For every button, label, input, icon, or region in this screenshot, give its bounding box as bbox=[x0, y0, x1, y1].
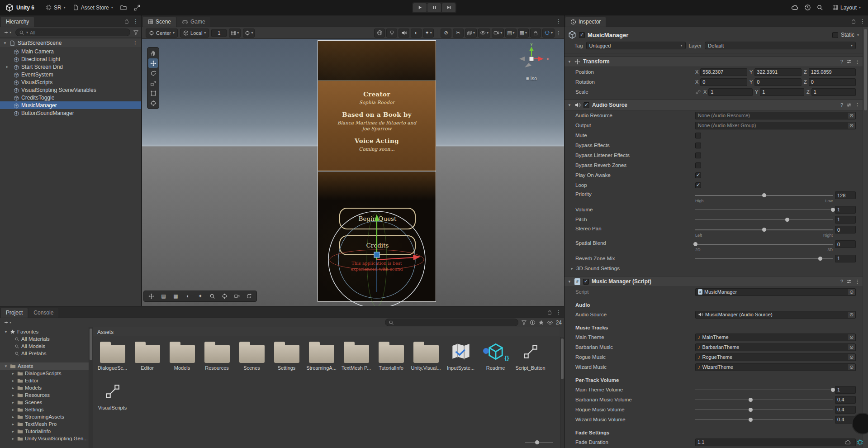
asset-item-editor[interactable]: Editor bbox=[130, 339, 165, 377]
object-picker-icon[interactable]: ⊙ bbox=[848, 312, 855, 318]
audio-source-object-field[interactable]: MusicManager (Audio Source)⊙ bbox=[695, 311, 856, 319]
asset-store-menu[interactable]: Asset Store ▾ bbox=[69, 2, 117, 13]
folder-item-dialoguescripts[interactable]: ▸DialogueScripts bbox=[0, 370, 89, 377]
help-icon[interactable]: ? bbox=[840, 102, 843, 108]
object-picker-icon[interactable]: ⊙ bbox=[848, 123, 855, 129]
scale-z-field[interactable] bbox=[811, 88, 856, 96]
slider-handle[interactable] bbox=[831, 388, 835, 392]
cloud-icon[interactable] bbox=[791, 4, 799, 11]
pitch-slider[interactable] bbox=[695, 216, 833, 223]
help-icon[interactable]: ? bbox=[840, 59, 843, 64]
asset-item-models[interactable]: Models bbox=[165, 339, 199, 377]
tab-game[interactable]: Game bbox=[177, 17, 210, 27]
lock-icon[interactable] bbox=[547, 310, 552, 315]
foldout-3d-sound-settings[interactable]: ▸3D Sound Settings bbox=[564, 263, 863, 273]
stereo-pan-slider[interactable] bbox=[695, 227, 833, 233]
step-button[interactable] bbox=[442, 3, 455, 12]
tab-project[interactable]: Project bbox=[1, 308, 28, 318]
scrollbar-thumb[interactable] bbox=[561, 338, 564, 379]
visibility-eye-icon[interactable] bbox=[547, 319, 553, 326]
volume-slider[interactable] bbox=[695, 206, 833, 213]
overlay-grid-button[interactable]: ▦ bbox=[170, 292, 181, 301]
hierarchy-item-visualscripting-scenevariables[interactable]: ?VisualScripting SceneVariables bbox=[0, 86, 141, 94]
expand-arrow-icon[interactable]: ▸ bbox=[11, 372, 15, 376]
wizard-music-object-field[interactable]: ♪WizardTheme⊙ bbox=[695, 363, 856, 371]
asset-item-script-button[interactable]: Script_Button bbox=[513, 339, 548, 377]
help-icon[interactable]: ? bbox=[840, 279, 843, 284]
rogue-music-volume-value-field[interactable] bbox=[835, 406, 856, 414]
loop-checkbox[interactable] bbox=[695, 182, 701, 188]
foldout-arrow-icon[interactable]: ▼ bbox=[4, 330, 8, 334]
search-filter-chevron[interactable]: ▾ bbox=[26, 30, 28, 34]
inspector-scrollbar[interactable] bbox=[863, 27, 868, 448]
output-object-field[interactable]: None (Audio Mixer Group)⊙ bbox=[695, 122, 856, 129]
barbarian-music-volume-slider[interactable] bbox=[695, 396, 833, 403]
folder-item-textmesh-pro[interactable]: ▸TextMesh Pro bbox=[0, 420, 89, 428]
expand-arrow-icon[interactable]: ▸ bbox=[11, 415, 15, 419]
overlay-lock-button[interactable] bbox=[530, 29, 541, 38]
volume-value-field[interactable] bbox=[835, 206, 856, 214]
static-checkbox[interactable] bbox=[832, 32, 838, 38]
asset-item-visualscripts[interactable]: VisualScripts bbox=[95, 379, 130, 417]
handle-orientation-dropdown[interactable]: Local ▾ bbox=[180, 29, 209, 38]
overlay-search-button[interactable] bbox=[207, 292, 218, 301]
kebab-menu-icon[interactable]: ⋮ bbox=[855, 102, 860, 108]
rect-tool[interactable] bbox=[148, 88, 158, 98]
barbarian-music-object-field[interactable]: ♪BarbarianTheme⊙ bbox=[695, 343, 856, 351]
cutting-tool-button[interactable]: ✂ bbox=[453, 29, 464, 38]
scrollbar-thumb[interactable] bbox=[864, 29, 867, 110]
slider-handle[interactable] bbox=[749, 418, 753, 422]
scene-viewport[interactable]: y x ≡ Iso Creator Sophia Roodor Based on bbox=[142, 39, 564, 306]
scrollbar-thumb[interactable] bbox=[90, 329, 92, 360]
overlay-effects-button[interactable]: ✦ bbox=[194, 292, 206, 301]
priority-value-field[interactable] bbox=[835, 191, 856, 199]
hierarchy-item-buttonsoundmanager[interactable]: ?ButtonSoundManager bbox=[0, 109, 141, 117]
kebab-menu-icon[interactable]: ⋮ bbox=[556, 18, 561, 24]
effects-dropdown[interactable]: ✦▾ bbox=[423, 29, 434, 38]
kebab-menu-icon[interactable]: ⋮ bbox=[556, 30, 561, 36]
scale-y-field[interactable] bbox=[760, 88, 804, 96]
rotation-y-field[interactable] bbox=[754, 78, 802, 86]
services-status-icon[interactable] bbox=[857, 439, 863, 446]
main-theme-volume-slider[interactable] bbox=[695, 386, 833, 393]
favorites-foldout[interactable]: ▼Favorites bbox=[0, 328, 89, 335]
tab-scene[interactable]: Scene bbox=[143, 17, 176, 27]
cloud-status-icon[interactable] bbox=[844, 439, 851, 446]
camera-dropdown[interactable]: ▾ bbox=[492, 29, 504, 38]
lock-icon[interactable] bbox=[851, 19, 856, 24]
kebab-menu-icon[interactable]: ⋮ bbox=[133, 40, 138, 46]
spatial-blend-slider[interactable] bbox=[695, 241, 833, 248]
slider-handle[interactable] bbox=[693, 242, 697, 246]
expand-arrow-icon[interactable]: ▸ bbox=[11, 429, 15, 434]
foldout-arrow-icon[interactable]: ▼ bbox=[567, 280, 572, 284]
asset-item-unity-visual[interactable]: Unity.Visual... bbox=[408, 339, 443, 377]
object-picker-icon[interactable]: ⊙ bbox=[848, 344, 855, 350]
lighting-toggle-button[interactable] bbox=[386, 29, 397, 38]
asset-item-resources[interactable]: Resources bbox=[199, 339, 234, 377]
undo-history-icon[interactable] bbox=[804, 4, 811, 11]
expand-arrow-icon[interactable]: ▸ bbox=[11, 400, 15, 405]
effects-toggle-button[interactable]: ◐ bbox=[411, 29, 422, 38]
script-object-field[interactable]: #MusicManager⊙ bbox=[695, 288, 856, 296]
tab-hierarchy[interactable]: Hierarchy bbox=[1, 17, 34, 27]
content-scrollbar[interactable] bbox=[560, 337, 564, 448]
kebab-menu-icon[interactable]: ⋮ bbox=[556, 309, 561, 315]
icon-size-slider[interactable] bbox=[525, 439, 553, 445]
kebab-menu-icon[interactable]: ⋮ bbox=[133, 18, 138, 24]
overlay-shading-button[interactable]: ◐ bbox=[182, 292, 194, 301]
slider-handle[interactable] bbox=[762, 228, 766, 232]
folder-item-settings[interactable]: ▸Settings bbox=[0, 406, 89, 413]
projection-mode-toggle[interactable]: ≡ Iso bbox=[510, 76, 553, 81]
slider-handle[interactable] bbox=[762, 193, 766, 197]
object-picker-icon[interactable]: ⊙ bbox=[848, 354, 855, 360]
project-search-field[interactable] bbox=[385, 319, 518, 326]
play-on-awake-checkbox[interactable] bbox=[695, 172, 701, 178]
object-picker-icon[interactable]: ⊙ bbox=[848, 289, 855, 295]
asset-item-settings[interactable]: Settings bbox=[269, 339, 304, 377]
info-icon[interactable] bbox=[530, 319, 536, 325]
rogue-music-object-field[interactable]: ♪RogueTheme⊙ bbox=[695, 353, 856, 361]
kebab-menu-icon[interactable]: ⋮ bbox=[855, 59, 860, 65]
asset-item-textmesh-p[interactable]: TextMesh P... bbox=[339, 339, 374, 377]
tag-dropdown[interactable]: Untagged ▾ bbox=[586, 42, 686, 49]
favorite-item-all-materials[interactable]: All Materials bbox=[0, 335, 89, 343]
